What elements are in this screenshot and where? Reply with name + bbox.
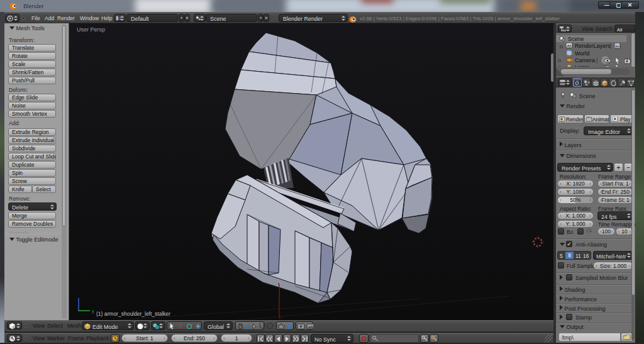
- svg-text:y: y: [92, 309, 94, 314]
